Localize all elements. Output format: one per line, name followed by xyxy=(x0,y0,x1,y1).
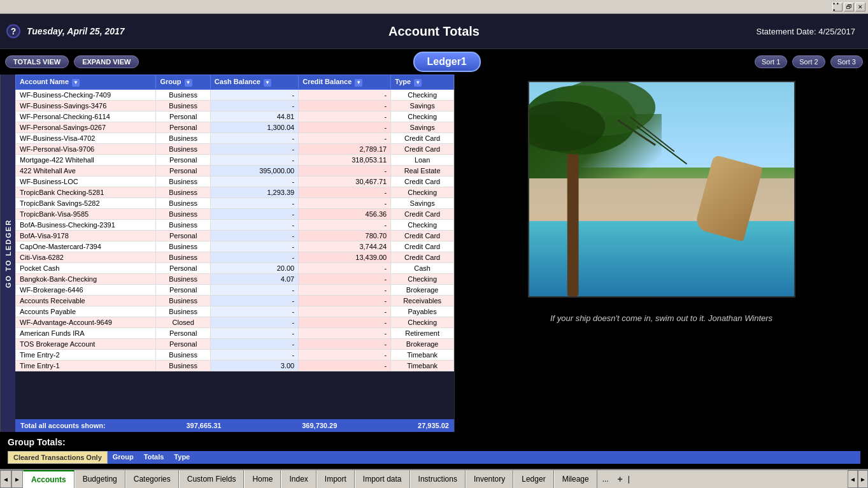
table-row[interactable]: TOS Brokerage Account Personal - - Broke… xyxy=(16,338,454,349)
tab-mileage[interactable]: Mileage xyxy=(554,470,597,488)
table-row[interactable]: Pocket Cash Personal 20.00 - Cash xyxy=(16,262,454,273)
tab-custom-fields[interactable]: Custom Fields xyxy=(179,470,245,488)
table-row[interactable]: Time Entry-2 Business - - Timebank xyxy=(16,349,454,360)
cell-account-name: BofA-Visa-9178 xyxy=(16,230,156,241)
cell-type: Savings xyxy=(391,122,454,133)
cell-account-name: Time Entry-1 xyxy=(16,360,156,371)
footer-type-total: 27,935.02 xyxy=(418,422,449,429)
cell-account-name: Bangkok-Bank-Checking xyxy=(16,273,156,284)
table-row[interactable]: Accounts Payable Business - - Payables xyxy=(16,306,454,317)
table-row[interactable]: CapOne-Mastercard-7394 Business - 3,744.… xyxy=(16,241,454,252)
table-row[interactable]: BofA-Business-Checking-2391 Business - -… xyxy=(16,219,454,230)
tab-prev-button[interactable]: ◄ xyxy=(0,470,11,488)
cell-account-name: Citi-Visa-6282 xyxy=(16,252,156,262)
dots-button[interactable]: • • • xyxy=(832,3,843,11)
tab-instructions[interactable]: Instructions xyxy=(410,470,466,488)
tab-inventory[interactable]: Inventory xyxy=(466,470,513,488)
table-row[interactable]: WF-Advantage-Account-9649 Closed - - Che… xyxy=(16,317,454,327)
table-row[interactable]: WF-Business-Checking-7409 Business - - C… xyxy=(16,89,454,100)
cell-group: Closed xyxy=(156,317,210,327)
cell-group: Business xyxy=(156,89,210,100)
cell-cash-balance: - xyxy=(210,338,298,349)
tab-scroll-buttons: ◄ ► xyxy=(848,470,868,488)
svg-line-6 xyxy=(636,126,687,164)
table-row[interactable]: WF-Business-Savings-3476 Business - - Sa… xyxy=(16,100,454,111)
cell-credit-balance: 3,744.24 xyxy=(299,241,391,252)
close-button[interactable]: ✕ xyxy=(855,3,865,11)
tab-scroll-left[interactable]: ◄ xyxy=(848,470,858,488)
restore-button[interactable]: 🗗 xyxy=(844,3,854,11)
cell-group: Business xyxy=(156,100,210,111)
col-type: Type ▼ xyxy=(391,75,454,90)
col-type-total: Type xyxy=(169,451,195,464)
sort2-button[interactable]: Sort 2 xyxy=(792,55,825,68)
cell-credit-balance: 780.70 xyxy=(299,230,391,241)
tab-add-button[interactable]: + xyxy=(614,470,627,488)
cell-cash-balance: - xyxy=(210,176,298,187)
credit-filter[interactable]: ▼ xyxy=(355,79,362,87)
tab-scroll-right[interactable]: ► xyxy=(858,470,868,488)
cell-credit-balance: 2,789.17 xyxy=(299,143,391,154)
cell-account-name: TropicBank-Visa-9585 xyxy=(16,208,156,219)
cash-filter[interactable]: ▼ xyxy=(264,79,271,87)
table-row[interactable]: 422 Whitehall Ave Personal 395,000.00 - … xyxy=(16,165,454,176)
tab-accounts[interactable]: Accounts xyxy=(23,470,75,488)
ledger-badge[interactable]: Ledger1 xyxy=(413,52,481,72)
table-row[interactable]: TropicBank-Visa-9585 Business - 456.36 C… xyxy=(16,208,454,219)
cell-credit-balance: - xyxy=(299,165,391,176)
svg-line-5 xyxy=(630,117,674,151)
cell-account-name: BofA-Business-Checking-2391 xyxy=(16,219,156,230)
cell-credit-balance: - xyxy=(299,317,391,327)
cell-cash-balance: - xyxy=(210,208,298,219)
table-row[interactable]: American Funds IRA Personal - - Retireme… xyxy=(16,327,454,338)
cell-group: Personal xyxy=(156,327,210,338)
table-row[interactable]: Time Entry-1 Business 3.00 - Timebank xyxy=(16,360,454,371)
tab-categories[interactable]: Categories xyxy=(125,470,179,488)
footer-label: Total all accounts shown: xyxy=(20,422,106,429)
account-name-filter[interactable]: ▼ xyxy=(72,79,80,87)
table-row[interactable]: Accounts Receivable Business - - Receiva… xyxy=(16,295,454,306)
table-row[interactable]: WF-Brokerage-6446 Personal - - Brokerage xyxy=(16,284,454,295)
expand-view-button[interactable]: EXPAND VIEW xyxy=(74,55,139,68)
table-row[interactable]: BofA-Visa-9178 Personal - 780.70 Credit … xyxy=(16,230,454,241)
cell-credit-balance: - xyxy=(299,262,391,273)
cell-account-name: Accounts Receivable xyxy=(16,295,156,306)
sort3-button[interactable]: Sort 3 xyxy=(830,55,863,68)
cell-cash-balance: 4.07 xyxy=(210,273,298,284)
sort1-button[interactable]: Sort 1 xyxy=(755,55,787,68)
cell-credit-balance: 30,467.71 xyxy=(299,176,391,187)
table-row[interactable]: TropicBank Savings-5282 Business - - Sav… xyxy=(16,197,454,208)
cell-credit-balance: - xyxy=(299,360,391,371)
tab-import-data[interactable]: Import data xyxy=(355,470,410,488)
group-filter[interactable]: ▼ xyxy=(185,79,192,87)
cell-cash-balance: 20.00 xyxy=(210,262,298,273)
table-row[interactable]: WF-Business-LOC Business - 30,467.71 Cre… xyxy=(16,176,454,187)
right-panel: If your ship doesn't come in, swim out t… xyxy=(455,75,868,432)
tab-ledger[interactable]: Ledger xyxy=(513,470,553,488)
tab-more-button[interactable]: ... xyxy=(597,470,614,488)
table-row[interactable]: WF-Personal-Savings-0267 Personal 1,300.… xyxy=(16,122,454,133)
cell-group: Business xyxy=(156,143,210,154)
table-row[interactable]: WF-Business-Visa-4702 Business - - Credi… xyxy=(16,133,454,143)
table-row[interactable]: WF-Personal-Visa-9706 Business - 2,789.1… xyxy=(16,143,454,154)
help-button[interactable]: ? xyxy=(6,24,20,38)
tab-index[interactable]: Index xyxy=(281,470,316,488)
go-to-ledger-button[interactable]: GO TO LEDGER xyxy=(0,75,15,432)
table-row[interactable]: TropicBank Checking-5281 Business 1,293.… xyxy=(16,187,454,197)
type-filter[interactable]: ▼ xyxy=(414,79,422,87)
cell-account-name: Pocket Cash xyxy=(16,262,156,273)
tab-budgeting[interactable]: Budgeting xyxy=(75,470,125,488)
cell-type: Credit Card xyxy=(391,208,454,219)
table-row[interactable]: Mortgage-422 Whitehall Personal - 318,05… xyxy=(16,154,454,165)
table-row[interactable]: Citi-Visa-6282 Business - 13,439.00 Cred… xyxy=(16,252,454,262)
cell-type: Retirement xyxy=(391,327,454,338)
table-row[interactable]: WF-Personal-Checking-6114 Personal 44.81… xyxy=(16,111,454,122)
cell-type: Loan xyxy=(391,154,454,165)
table-row[interactable]: Bangkok-Bank-Checking Business 4.07 - Ch… xyxy=(16,273,454,284)
totals-view-button[interactable]: TOTALS VIEW xyxy=(5,55,69,68)
cell-account-name: WF-Advantage-Account-9649 xyxy=(16,317,156,327)
tab-import[interactable]: Import xyxy=(317,470,355,488)
tab-next-button[interactable]: ► xyxy=(11,470,23,488)
col-cleared: Cleared Transactions Only xyxy=(8,451,108,464)
tab-home[interactable]: Home xyxy=(244,470,281,488)
